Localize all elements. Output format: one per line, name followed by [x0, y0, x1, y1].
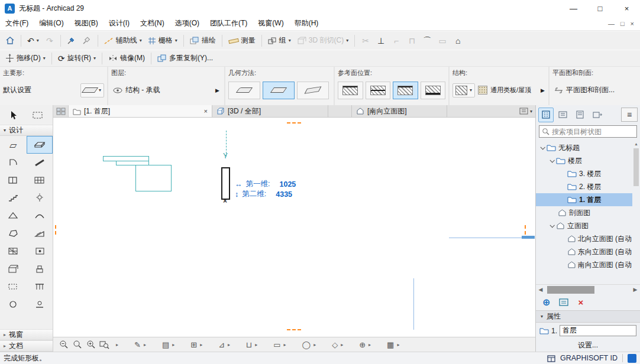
search-input[interactable] [552, 128, 634, 136]
tree-item-story-3[interactable]: 3. 楼层 [536, 167, 640, 180]
close-button[interactable]: × [613, 0, 640, 17]
tab-south-elevation[interactable]: [南向立面图] [351, 105, 447, 117]
toolbox-design-header[interactable]: ▾设计 [0, 125, 53, 136]
horizontal-scrollbar-thumb[interactable] [547, 286, 594, 294]
redo-button[interactable]: ↷ [43, 34, 57, 48]
publisher-button[interactable] [590, 108, 605, 122]
menu-teamwork[interactable]: 团队工作(T) [205, 17, 253, 30]
rotate-button[interactable]: ⟳ 旋转(R)▾ [56, 51, 98, 66]
snap-group[interactable]: ⊿▸ [218, 340, 230, 349]
split-button[interactable]: ✂ [358, 34, 373, 48]
menu-view[interactable]: 视图(B) [69, 17, 104, 30]
undo-button[interactable]: ↶▾ [25, 34, 41, 48]
tab-close-icon[interactable]: × [204, 108, 208, 115]
element-default-button[interactable]: ▾ [80, 83, 104, 98]
reference-bottom-button[interactable] [393, 82, 418, 99]
pen-set-group[interactable]: ✎▸ [134, 340, 146, 349]
renovation-button[interactable]: ⌂ [451, 34, 465, 48]
tree-item-sections[interactable]: 剖面图 [536, 206, 640, 219]
grid-snap-button[interactable]: 栅格▾ [146, 34, 180, 48]
adjust-button[interactable]: ⊥ [374, 34, 388, 48]
tab-3d[interactable]: [3D / 全部] [212, 105, 328, 117]
stretch-button[interactable]: ▭ [435, 34, 450, 48]
navigator-menu-button[interactable]: ≡ [621, 108, 638, 122]
wall-tool[interactable]: ▱ [0, 136, 27, 154]
layer-selector[interactable]: 结构 - 承载 ▶ [111, 77, 221, 103]
settings-button[interactable]: 设置... [536, 339, 640, 352]
structure-type-button[interactable]: ▾ [452, 83, 475, 98]
grid-element-tool[interactable] [0, 260, 27, 278]
tree-item-south-elevation[interactable]: 南向立面图 (自动 [536, 258, 640, 271]
add-item-button[interactable]: ⊕ [542, 297, 550, 308]
delete-item-button[interactable]: × [578, 297, 583, 307]
curtain-wall-tool[interactable] [27, 171, 53, 189]
roof-tool[interactable] [0, 207, 27, 225]
tree-scrollbar[interactable]: ▴ [632, 140, 640, 284]
collapse-chevron-icon[interactable] [550, 223, 554, 228]
object-tool[interactable] [27, 260, 53, 278]
scroll-right-icon[interactable]: ▶ [631, 287, 640, 292]
tree-item-project[interactable]: 无标题 [536, 141, 640, 154]
structure-display-group[interactable]: ⊔▸ [246, 340, 257, 349]
dim1-value[interactable]: 1025 [279, 180, 296, 188]
stair-tool[interactable] [0, 189, 27, 207]
maximize-button[interactable]: □ [587, 0, 613, 17]
default-settings-label[interactable]: 默认设置 [3, 85, 31, 95]
shell-tool[interactable] [27, 207, 53, 225]
geometry-polygon-button[interactable] [228, 82, 260, 99]
quad-view-button[interactable] [53, 105, 69, 117]
scroll-up-icon[interactable]: ▴ [635, 141, 637, 147]
marquee-tool[interactable] [26, 107, 49, 123]
collapse-chevron-icon[interactable] [540, 145, 545, 150]
guide-lines-button[interactable]: 辅助线▾ [102, 34, 144, 48]
arrow-tool[interactable] [2, 107, 25, 123]
3d-cutting-button[interactable]: 3D 剖切(C)▾ [295, 34, 351, 48]
item-settings-button[interactable] [559, 298, 569, 307]
graphisoft-id-label[interactable]: GRAPHISOFT ID [560, 354, 618, 362]
pick-up-parameters-button[interactable] [64, 34, 79, 48]
geometry-rectangle-button[interactable] [263, 82, 295, 99]
measure-button[interactable]: 测量 [226, 34, 258, 48]
tree-item-story-2[interactable]: 2. 楼层 [536, 180, 640, 193]
dimension-style-group[interactable]: ◇▸ [332, 340, 343, 349]
mdi-maximize-button[interactable]: □ [620, 20, 625, 27]
beam-tool[interactable] [27, 154, 53, 171]
tree-item-stories[interactable]: 楼层 [536, 154, 640, 167]
intersect-button[interactable]: ⊓ [405, 34, 419, 48]
door-tool[interactable] [0, 154, 27, 171]
reference-top-button[interactable] [338, 82, 363, 99]
menu-help[interactable]: 帮助(H) [289, 17, 324, 30]
zoom-in-button[interactable] [84, 338, 98, 351]
model-view-group[interactable]: ▭▸ [273, 340, 286, 349]
reference-core-top-button[interactable] [366, 82, 391, 99]
toolbox-window-header[interactable]: ▸视窗 [0, 329, 53, 340]
drag-button[interactable]: 拖移(D)▾ [3, 51, 48, 66]
slab-tool[interactable] [27, 136, 53, 154]
menu-document[interactable]: 文档(N) [135, 17, 170, 30]
plan-section-button[interactable]: 平面图和剖面... [552, 77, 637, 103]
tree-scrollbar-thumb[interactable] [633, 148, 639, 186]
mdi-minimize-button[interactable]: — [608, 20, 615, 27]
story-name-input[interactable] [560, 325, 636, 336]
toolbox-document-header[interactable]: ▸文档 [0, 340, 53, 352]
menu-options[interactable]: 选项(O) [170, 17, 205, 30]
group-button[interactable]: 组▾ [266, 34, 293, 48]
menu-design[interactable]: 设计(I) [104, 17, 135, 30]
menu-edit[interactable]: 编辑(O) [34, 17, 69, 30]
menu-file[interactable]: 文件(F) [0, 17, 34, 30]
multiply-button[interactable]: 多重复制(Y)... [155, 51, 215, 66]
fit-in-window-button[interactable] [98, 338, 111, 351]
trace-reference-button[interactable]: 描绘 [188, 34, 218, 48]
trim-button[interactable]: ⌐ [389, 34, 403, 48]
graphisoft-id-icon[interactable] [628, 354, 636, 363]
column-tool[interactable] [0, 295, 27, 313]
geometry-rotated-rectangle-button[interactable] [297, 82, 329, 99]
scroll-left-icon[interactable]: ◀ [536, 287, 545, 292]
composite-selector[interactable]: 通用类板/屋顶 ▶ [477, 83, 545, 98]
tree-horizontal-scrollbar[interactable]: ◀ ▶ [536, 284, 640, 294]
mirror-button[interactable]: 镜像(M) [106, 51, 147, 66]
inject-parameters-button[interactable] [80, 34, 94, 48]
layout-book-button[interactable] [573, 108, 588, 122]
renovation-filter-group[interactable]: ◯▸ [302, 340, 316, 349]
opening-tool[interactable] [0, 278, 27, 295]
